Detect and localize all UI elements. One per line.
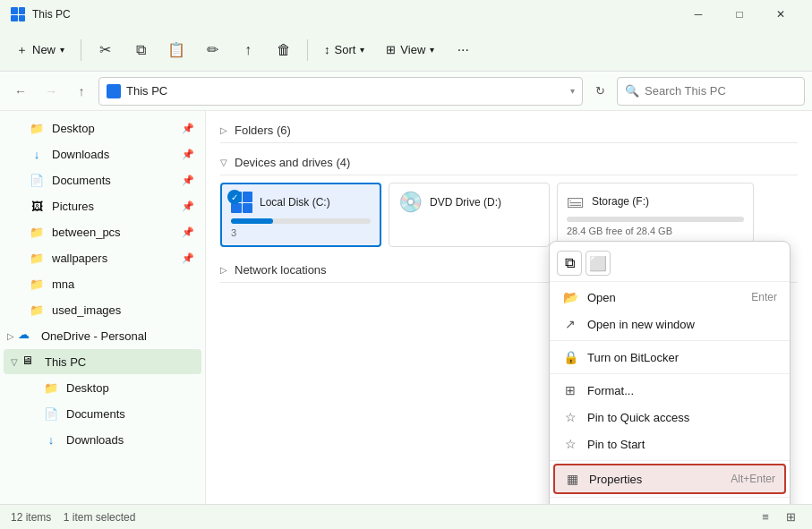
pin-quick-icon: ☆ — [562, 409, 578, 425]
view-chevron-icon: ▾ — [430, 45, 434, 55]
properties-icon: ▦ — [564, 471, 580, 487]
drive-name-c: Local Disk (C:) — [260, 196, 330, 209]
toolbar-separator-1 — [81, 39, 81, 61]
cm-item-pin-start[interactable]: ☆ Pin to Start — [550, 431, 790, 457]
drive-card-c[interactable]: ✓ Local Disk (C:) 3 — [220, 183, 381, 247]
sidebar-item-downloads2[interactable]: ↓ Downloads — [4, 427, 201, 452]
pin-icon: 📌 — [182, 252, 194, 264]
drive-grid: ✓ Local Disk (C:) 3 — [220, 183, 798, 247]
cm-item-pin-quick[interactable]: ☆ Pin to Quick access — [550, 404, 790, 431]
sidebar-item-label: Pictures — [52, 200, 94, 213]
sidebar-item-desktop2[interactable]: 📁 Desktop — [4, 375, 201, 400]
chevron-icon: ▷ — [7, 331, 14, 341]
window-title: This PC — [32, 8, 71, 21]
network-section-label: Network locations — [235, 263, 327, 277]
folders-section-header[interactable]: ▷ Folders (6) — [220, 118, 798, 143]
rename-button[interactable]: ✏ — [196, 34, 228, 66]
drives-chevron-icon: ▽ — [220, 158, 227, 167]
sidebar-group-label: This PC — [45, 355, 86, 369]
sidebar-item-label: Downloads — [66, 433, 124, 447]
forward-button[interactable]: → — [38, 78, 64, 105]
share-button[interactable]: ↑ — [232, 34, 264, 66]
folder-icon: 📁 — [43, 380, 59, 396]
cm-paste-icon-btn[interactable]: ⬜ — [585, 251, 611, 276]
sidebar-item-downloads[interactable]: ↓ Downloads 📌 — [4, 141, 201, 166]
sidebar-item-used-images[interactable]: 📁 used_images — [4, 297, 201, 322]
new-chevron-icon: ▾ — [60, 45, 64, 55]
sidebar-item-between-pcs[interactable]: 📁 between_pcs 📌 — [4, 219, 201, 244]
folders-chevron-icon: ▷ — [220, 125, 227, 135]
sidebar-item-documents[interactable]: 📄 Documents 📌 — [4, 167, 201, 192]
sidebar-item-label: between_pcs — [52, 226, 121, 239]
cm-label-bitlocker: Turn on BitLocker — [587, 351, 777, 364]
format-icon: ⊞ — [562, 382, 578, 398]
open-new-window-icon: ↗ — [562, 316, 578, 332]
drives-section-header[interactable]: ▽ Devices and drives (4) — [220, 150, 798, 175]
sidebar-item-desktop[interactable]: 📁 Desktop 📌 — [4, 115, 201, 141]
new-button[interactable]: ＋ New ▾ — [7, 38, 73, 63]
pin-icon: 📌 — [182, 226, 194, 238]
folder-icon: 📁 — [29, 250, 45, 266]
cm-item-properties[interactable]: ▦ Properties Alt+Enter — [553, 464, 786, 494]
sort-button[interactable]: ↕ Sort ▾ — [315, 38, 373, 61]
sidebar-group-onedrive[interactable]: ▷ ☁ OneDrive - Personal — [0, 323, 205, 348]
pin-icon: 📌 — [182, 149, 194, 160]
drive-card-top-d: 💿 DVD Drive (D:) — [398, 191, 540, 214]
cm-item-open-new-window[interactable]: ↗ Open in new window — [550, 311, 790, 337]
sidebar-item-documents2[interactable]: 📄 Documents — [4, 401, 201, 426]
cm-separator-3 — [550, 460, 790, 461]
pin-icon: 📌 — [182, 201, 194, 212]
statusbar-info: 12 items 1 item selected — [11, 511, 135, 524]
sidebar-group-thispc[interactable]: ▽ 🖥 This PC — [4, 349, 201, 374]
back-button[interactable]: ← — [7, 78, 34, 105]
maximize-button[interactable]: □ — [719, 0, 760, 29]
up-button[interactable]: ↑ — [68, 78, 95, 105]
cm-item-open[interactable]: 📂 Open Enter — [550, 284, 790, 311]
dvd-icon: 💿 — [398, 191, 423, 214]
sidebar: 📁 Desktop 📌 ↓ Downloads 📌 📄 Documents 📌 … — [0, 111, 206, 504]
drive-card-f[interactable]: 🖴 Storage (F:) 28.4 GB free of 28.4 GB — [557, 183, 754, 247]
search-box[interactable]: 🔍 — [617, 77, 805, 106]
open-icon: 📂 — [562, 289, 578, 305]
drive-progress-c — [231, 218, 371, 224]
address-bar[interactable]: This PC ▾ — [98, 77, 583, 106]
search-icon: 🔍 — [625, 84, 639, 98]
sidebar-item-label: used_images — [52, 303, 121, 317]
drive-card-d[interactable]: 💿 DVD Drive (D:) — [389, 183, 550, 247]
drive-card-top-f: 🖴 Storage (F:) — [567, 191, 744, 211]
view-grid-button[interactable]: ⊞ — [780, 507, 801, 528]
sidebar-item-wallpapers[interactable]: 📁 wallpapers 📌 — [4, 245, 201, 270]
sidebar-item-mna[interactable]: 📁 mna — [4, 271, 201, 296]
search-input[interactable] — [645, 84, 797, 98]
paste-button[interactable]: 📋 — [160, 34, 192, 66]
cm-item-format[interactable]: ⊞ Format... — [550, 377, 790, 404]
address-chevron-icon: ▾ — [570, 86, 575, 96]
new-icon: ＋ — [16, 42, 28, 58]
cut-button[interactable]: ✂ — [89, 34, 121, 66]
delete-button[interactable]: 🗑 — [268, 34, 300, 66]
statusbar: 12 items 1 item selected ≡ ⊞ — [0, 504, 812, 529]
folder-icon: 📁 — [29, 120, 45, 136]
close-button[interactable]: ✕ — [760, 0, 801, 29]
cm-item-show-more[interactable]: ⊞ Show more options Shift+F10 — [550, 500, 790, 504]
minimize-button[interactable]: ─ — [678, 0, 719, 29]
sidebar-item-pictures[interactable]: 🖼 Pictures 📌 — [4, 193, 201, 218]
drives-section-label: Devices and drives (4) — [235, 156, 350, 169]
cm-label-pin-start: Pin to Start — [587, 438, 777, 451]
refresh-button[interactable]: ↻ — [586, 78, 613, 105]
view-list-button[interactable]: ≡ — [755, 507, 776, 528]
sort-label: Sort — [335, 43, 356, 56]
cm-copy-icon-btn[interactable]: ⧉ — [557, 251, 582, 276]
cm-separator-4 — [550, 497, 790, 498]
content-area: ▷ Folders (6) ▽ Devices and drives (4) ✓ — [206, 111, 812, 504]
cm-separator-1 — [550, 340, 790, 341]
more-button[interactable]: ··· — [447, 34, 479, 66]
sidebar-item-label: Downloads — [52, 148, 109, 161]
sidebar-item-label: wallpapers — [52, 252, 107, 265]
toolbar-separator-2 — [307, 39, 308, 61]
sidebar-item-label: Documents — [52, 174, 111, 187]
view-button[interactable]: ⊞ View ▾ — [377, 38, 443, 61]
cm-item-bitlocker[interactable]: 🔒 Turn on BitLocker — [550, 344, 790, 371]
pin-icon: 📌 — [182, 123, 194, 134]
copy-button[interactable]: ⧉ — [124, 34, 157, 66]
